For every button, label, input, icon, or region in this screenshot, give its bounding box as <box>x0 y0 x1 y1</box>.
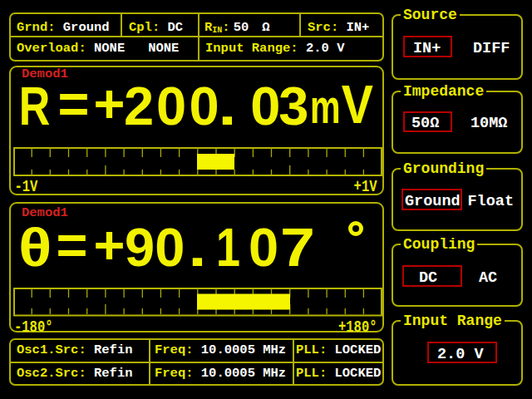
svg-text:.: . <box>219 76 237 136</box>
svg-text:0: 0 <box>189 76 219 136</box>
svg-text:0: 0 <box>156 76 186 136</box>
svg-text:0: 0 <box>250 76 280 136</box>
svg-text:2: 2 <box>124 76 154 136</box>
svg-text:+: + <box>94 73 126 134</box>
svg-text:m: m <box>310 79 341 134</box>
svg-text:3: 3 <box>278 76 308 136</box>
svg-text:=: = <box>58 73 90 134</box>
svg-text:R: R <box>19 76 51 135</box>
svg-text:V: V <box>342 75 373 135</box>
